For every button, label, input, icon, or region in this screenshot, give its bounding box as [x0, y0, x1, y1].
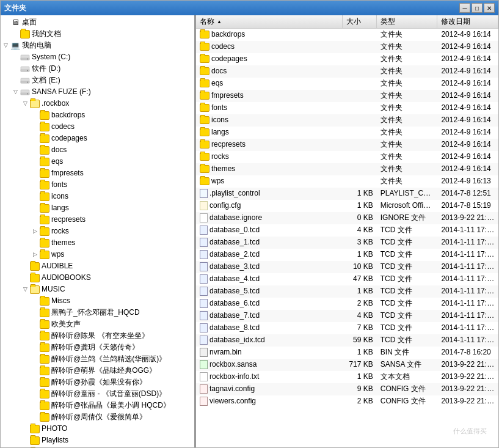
- sidebar-item-sansaf[interactable]: ▽ SANSA FUZE (F:): [1, 86, 194, 98]
- table-row[interactable]: database_6.tcd 2 KB TCD 文件 2014-1-11 17:…: [196, 298, 498, 310]
- sidebar-item-music6[interactable]: 醉聆听@萌界《品味经典OGG》: [1, 365, 194, 376]
- tree-label: 醉聆听@周倩仪《爱很简单》: [51, 412, 147, 422]
- sidebar-item-music9[interactable]: 醉聆听@张晶晶《最美小调 HQCD》: [1, 400, 194, 411]
- sidebar-item-rockbox[interactable]: ▽ .rockbox: [1, 98, 194, 109]
- sidebar-item-recpresets[interactable]: recpresets: [1, 214, 194, 226]
- sidebar-item-miscs[interactable]: Miscs: [1, 295, 194, 307]
- sidebar-item-music10[interactable]: 醉聆听@周倩仪《爱很简单》: [1, 411, 194, 423]
- sidebar-item-backdrops[interactable]: backdrops: [1, 109, 194, 121]
- sidebar-item-music4[interactable]: 醉聆听@龚玥《天籁传奇》: [1, 342, 194, 353]
- table-row[interactable]: icons 文件夹 2012-4-9 16:14: [196, 114, 498, 127]
- file-date-cell: 2014-7-8 16:20: [437, 347, 498, 358]
- tree-label: 文档 (E:): [32, 75, 60, 86]
- sidebar-item-mycomputer[interactable]: ▽ 💻 我的电脑: [1, 40, 194, 51]
- file-name-cell: wps: [196, 176, 343, 186]
- table-row[interactable]: database.ignore 0 KB IGNORE 文件 2013-9-22…: [196, 212, 498, 224]
- table-row[interactable]: docs 文件夹 2012-4-9 16:14: [196, 65, 498, 78]
- folder-icon: [200, 31, 209, 39]
- table-row[interactable]: database_5.tcd 1 KB TCD 文件 2014-1-11 17:…: [196, 285, 498, 298]
- tree-expander-mycomputer[interactable]: ▽: [1, 41, 10, 51]
- sidebar-item-playlists[interactable]: Playlists: [1, 435, 194, 446]
- sidebar-item-eqs[interactable]: eqs: [1, 156, 194, 167]
- sidebar-item-rocks[interactable]: ▷ rocks: [1, 226, 194, 237]
- table-row[interactable]: eqs 文件夹 2012-4-9 16:14: [196, 78, 498, 90]
- table-row[interactable]: database_0.tcd 4 KB TCD 文件 2014-1-11 17:…: [196, 224, 498, 237]
- sidebar-item-music7[interactable]: 醉聆听@孙霞《如果没有你》: [1, 376, 194, 388]
- table-row[interactable]: recpresets 文件夹 2012-4-9 16:14: [196, 139, 498, 151]
- sidebar-item-wps[interactable]: ▷ wps: [1, 249, 194, 260]
- table-row[interactable]: viewers.config 2 KB CONFIG 文件 2013-9-22 …: [196, 395, 498, 408]
- sidebar-item-mydocs[interactable]: 我的文档: [1, 28, 194, 40]
- col-header-size[interactable]: 大小: [343, 15, 376, 28]
- sidebar-item-music1[interactable]: 黑鸭子_怀念邓丽君_HQCD: [1, 307, 194, 318]
- folder-icon: [200, 153, 209, 161]
- sidebar-item-music3[interactable]: 醉聆听@陈果 《有空来坐坐》: [1, 330, 194, 342]
- table-row[interactable]: database_8.tcd 7 KB TCD 文件 2014-1-11 17:…: [196, 322, 498, 334]
- sidebar-item-audiobooks[interactable]: AUDIOBOOKS: [1, 272, 194, 284]
- file-type-cell: 文件夹: [377, 78, 438, 89]
- sidebar-item-photo[interactable]: PHOTO: [1, 423, 194, 435]
- table-row[interactable]: database_4.tcd 47 KB TCD 文件 2014-1-11 17…: [196, 273, 498, 285]
- table-row[interactable]: codepages 文件夹 2012-4-9 16:14: [196, 53, 498, 65]
- tree-label: PHOTO: [42, 424, 67, 434]
- table-row[interactable]: database_2.tcd 1 KB TCD 文件 2014-1-11 17:…: [196, 249, 498, 261]
- table-row[interactable]: langs 文件夹 2012-4-9 16:14: [196, 127, 498, 139]
- sidebar-item-langs[interactable]: langs: [1, 202, 194, 214]
- table-row[interactable]: config.cfg 1 KB Microsoft Office Ou... 2…: [196, 200, 498, 212]
- minimize-button[interactable]: ─: [459, 3, 470, 13]
- sidebar-item-music5[interactable]: 醉聆听@兰鸽《兰鸽精选(华丽版)》: [1, 353, 194, 365]
- sidebar-item-music2[interactable]: 欧美女声: [1, 318, 194, 330]
- sidebar-item-desktop[interactable]: 🖥 桌面: [1, 17, 194, 28]
- table-row[interactable]: fonts 文件夹 2012-4-9 16:14: [196, 102, 498, 114]
- close-button[interactable]: ✕: [484, 3, 495, 13]
- tree-expander-sansaf[interactable]: ▽: [10, 87, 20, 97]
- table-row[interactable]: codecs 文件夹 2012-4-9 16:14: [196, 41, 498, 53]
- sidebar-item-docs[interactable]: docs: [1, 144, 194, 156]
- tree-label: recpresets: [51, 215, 86, 225]
- sidebar-item-codepages[interactable]: codepages: [1, 133, 194, 144]
- tree-expander-rocks[interactable]: ▷: [30, 227, 40, 237]
- sidebar-item-icons[interactable]: icons: [1, 191, 194, 202]
- file-type-cell: SANSA 文件: [377, 359, 438, 370]
- sidebar-item-doce[interactable]: 文档 (E:): [1, 75, 194, 86]
- file-name-cell: database_2.tcd: [196, 249, 343, 260]
- sidebar-item-sysc[interactable]: System (C:): [1, 51, 194, 63]
- sidebar-item-fonts[interactable]: fonts: [1, 179, 194, 191]
- table-row[interactable]: rockbox-info.txt 1 KB 文本文档 2013-9-22 21:…: [196, 371, 498, 383]
- table-row[interactable]: fmpresets 文件夹 2012-4-9 16:14: [196, 90, 498, 102]
- file-type-cell: 文件夹: [377, 176, 438, 186]
- file-type-cell: TCD 文件: [377, 323, 438, 333]
- col-header-type[interactable]: 类型: [377, 15, 438, 28]
- tree-expander-wps[interactable]: ▷: [30, 250, 40, 260]
- tree-label: rocks: [51, 226, 69, 237]
- table-row[interactable]: nvram.bin 1 KB BIN 文件 2014-7-8 16:20: [196, 347, 498, 359]
- table-row[interactable]: database_7.tcd 4 KB TCD 文件 2014-1-11 17:…: [196, 310, 498, 322]
- col-header-date[interactable]: 修改日期: [437, 15, 498, 28]
- table-row[interactable]: backdrops 文件夹 2012-4-9 16:14: [196, 29, 498, 41]
- tree-expander-music[interactable]: ▽: [20, 285, 30, 295]
- sidebar-item-themes[interactable]: themes: [1, 237, 194, 249]
- table-row[interactable]: database_3.tcd 10 KB TCD 文件 2014-1-11 17…: [196, 261, 498, 273]
- col-header-name[interactable]: 名称 ▲: [196, 15, 343, 28]
- maximize-button[interactable]: □: [472, 3, 483, 13]
- file-type-cell: 文件夹: [377, 164, 438, 174]
- table-row[interactable]: database_idx.tcd 59 KB TCD 文件 2014-1-11 …: [196, 334, 498, 347]
- sidebar-item-codecs[interactable]: codecs: [1, 121, 194, 133]
- tree-expander-empty: [30, 215, 40, 225]
- tree-expander-empty: [30, 204, 40, 213]
- sidebar-item-podcasts[interactable]: PODCASTS: [1, 446, 194, 447]
- table-row[interactable]: tagnavi.config 9 KB CONFIG 文件 2013-9-22 …: [196, 383, 498, 395]
- table-row[interactable]: themes 文件夹 2012-4-9 16:14: [196, 163, 498, 175]
- table-row[interactable]: database_1.tcd 3 KB TCD 文件 2014-1-11 17:…: [196, 237, 498, 249]
- table-row[interactable]: .playlist_control 1 KB PLAYLIST_CONTRO..…: [196, 188, 498, 200]
- sidebar-item-fmpresets[interactable]: fmpresets: [1, 167, 194, 179]
- table-row[interactable]: rocks 文件夹 2012-4-9 16:14: [196, 151, 498, 163]
- file-date-cell: 2012-4-9 16:13: [437, 176, 498, 186]
- table-row[interactable]: rockbox.sansa 717 KB SANSA 文件 2013-9-22 …: [196, 359, 498, 371]
- tree-expander-rockbox[interactable]: ▽: [20, 99, 30, 109]
- sidebar-item-music[interactable]: ▽ MUSIC: [1, 284, 194, 295]
- sidebar-item-softd[interactable]: 软件 (D:): [1, 63, 194, 75]
- table-row[interactable]: wps 文件夹 2012-4-9 16:13: [196, 175, 498, 188]
- sidebar-item-audible[interactable]: AUDIBLE: [1, 260, 194, 272]
- sidebar-item-music8[interactable]: 醉聆听@童丽 - 《试音童丽(DSD)》: [1, 388, 194, 400]
